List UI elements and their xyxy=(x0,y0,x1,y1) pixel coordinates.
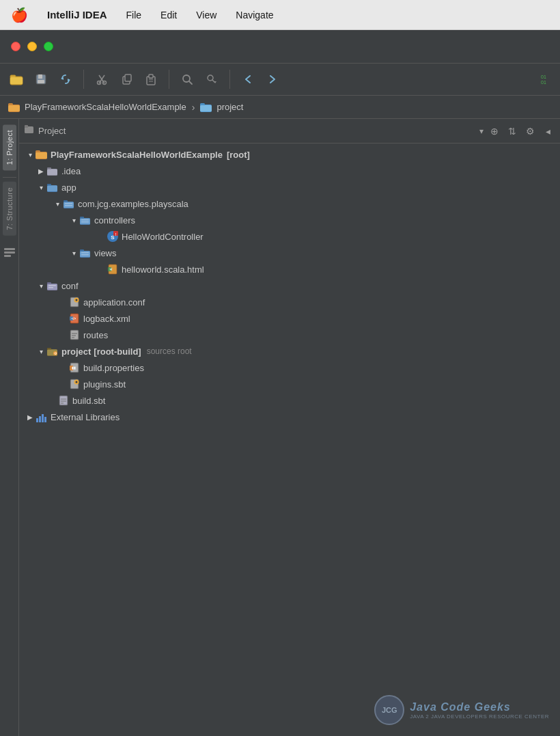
cut-button[interactable] xyxy=(91,68,113,90)
svg-line-19 xyxy=(189,81,192,84)
build-props-label: build.properties xyxy=(83,363,144,373)
tree-item-controllers[interactable]: ▾ controllers xyxy=(19,212,560,228)
forward-button[interactable] xyxy=(262,68,283,90)
helloworld-html-arrow xyxy=(96,264,107,275)
tree-item-idea[interactable]: ▶ .idea xyxy=(19,163,560,179)
tree-item-build-sbt[interactable]: build.sbt xyxy=(19,392,560,409)
svg-rect-26 xyxy=(8,105,20,111)
routes-icon xyxy=(68,329,81,341)
panel-scroll-button[interactable]: ⇅ xyxy=(505,124,519,138)
toolbar-separator-2 xyxy=(169,70,169,89)
helloworld-html-icon: H xyxy=(107,263,119,275)
tree-item-app[interactable]: ▾ app xyxy=(19,179,560,195)
breadcrumb-folder[interactable]: project xyxy=(200,102,243,112)
breadcrumb-project[interactable]: PlayFrameworkScalaHelloWorldExample xyxy=(8,102,186,112)
sidebar-item-project[interactable]: 1: Project xyxy=(3,124,16,170)
panel-actions: ⊕ ⇅ ⚙ ◂ xyxy=(488,124,555,138)
sidebar-item-structure[interactable]: 7: Structure xyxy=(3,182,16,236)
back-button[interactable] xyxy=(237,68,259,90)
search-button[interactable] xyxy=(176,68,198,90)
svg-rect-13 xyxy=(125,74,131,81)
menu-edit[interactable]: Edit xyxy=(160,10,177,21)
project-folder-build-icon: ⚙ xyxy=(46,345,59,357)
plugins-sbt-arrow xyxy=(57,379,68,390)
svg-rect-15 xyxy=(149,74,153,78)
tree-item-build-props[interactable]: ▮▮ build.properties xyxy=(19,359,560,376)
panel-settings-button[interactable]: ⚙ xyxy=(523,124,537,138)
tree-root[interactable]: ▾ PlayFrameworkScalaHelloWorldExample [r… xyxy=(19,146,560,163)
svg-rect-51 xyxy=(80,218,90,224)
toolbar-separator-1 xyxy=(83,70,84,89)
logback-label: logback.xml xyxy=(83,314,130,324)
tree-item-hwcontroller[interactable]: ▶ S ! HelloWorldController xyxy=(19,228,560,245)
build-props-arrow xyxy=(57,362,68,373)
breadcrumb-folder-label: project xyxy=(216,102,243,112)
ext-libs-label: External Libraries xyxy=(51,412,120,422)
panel-locate-button[interactable]: ⊕ xyxy=(488,124,501,138)
tree-item-project-folder[interactable]: ▾ ⚙ project [root-build] sources root xyxy=(19,343,560,359)
tree-item-views[interactable]: ▾ views xyxy=(19,245,560,261)
menu-view[interactable]: View xyxy=(196,10,216,21)
copy-button[interactable] xyxy=(115,68,137,90)
svg-text:▮▮: ▮▮ xyxy=(72,366,76,370)
root-label: PlayFrameworkScalaHelloWorldExample xyxy=(51,150,223,160)
paste-button[interactable] xyxy=(140,68,162,90)
svg-rect-29 xyxy=(200,105,212,111)
ext-libs-icon xyxy=(36,411,48,423)
conf-label: conf xyxy=(61,281,79,291)
file-tree: ▾ PlayFrameworkScalaHelloWorldExample [r… xyxy=(19,144,560,482)
save-button[interactable] xyxy=(30,68,52,90)
panel-header: Project ▾ ⊕ ⇅ ⚙ ◂ xyxy=(19,119,560,144)
com-jcg-label: com.jcg.examples.playscala xyxy=(78,199,188,209)
svg-rect-34 xyxy=(25,125,28,128)
jcg-subtitle: Java 2 Java Developers Resource Center xyxy=(410,713,549,720)
panel-collapse-button[interactable]: ◂ xyxy=(541,124,555,138)
svg-rect-104 xyxy=(39,416,41,422)
svg-rect-62 xyxy=(81,254,89,256)
tree-item-logback[interactable]: </> logback.xml xyxy=(19,310,560,327)
apple-menu[interactable]: 🍎 xyxy=(11,7,28,23)
minimize-button[interactable] xyxy=(27,42,37,51)
helloworld-html-label: helloworld.scala.html xyxy=(122,264,204,275)
close-button[interactable] xyxy=(11,42,20,51)
mac-menu-bar: 🍎 IntelliJ IDEA File Edit View Navigate xyxy=(0,0,560,30)
build-indicator[interactable]: 01 01 xyxy=(533,68,555,90)
tree-item-app-conf[interactable]: application.conf xyxy=(19,294,560,310)
maximize-button[interactable] xyxy=(44,42,53,51)
search-replace-button[interactable] xyxy=(201,68,223,90)
views-arrow: ▾ xyxy=(68,247,79,258)
tree-item-plugins-sbt[interactable]: plugins.sbt xyxy=(19,376,560,392)
svg-rect-37 xyxy=(36,152,47,159)
tree-item-conf[interactable]: ▾ conf xyxy=(19,277,560,294)
svg-rect-53 xyxy=(81,221,89,223)
svg-rect-52 xyxy=(81,219,89,221)
panel-icon xyxy=(25,125,34,137)
panel-dropdown-arrow[interactable]: ▾ xyxy=(479,126,484,136)
project-folder-arrow: ▾ xyxy=(36,346,46,357)
toolbar-separator-3 xyxy=(229,70,230,89)
menu-navigate[interactable]: Navigate xyxy=(236,10,273,21)
tree-item-routes[interactable]: routes xyxy=(19,327,560,343)
plugins-sbt-icon xyxy=(68,378,81,390)
idea-label: .idea xyxy=(61,166,81,176)
svg-rect-43 xyxy=(47,185,57,191)
svg-rect-47 xyxy=(65,203,72,204)
menu-file[interactable]: File xyxy=(126,10,142,21)
svg-rect-2 xyxy=(10,77,23,84)
com-jcg-arrow: ▾ xyxy=(52,198,63,209)
idea-arrow: ▶ xyxy=(36,165,46,176)
open-folder-button[interactable] xyxy=(5,68,27,90)
tree-item-com-jcg[interactable]: ▾ com.jcg.examples.playscala xyxy=(19,195,560,212)
app-folder-icon xyxy=(46,181,59,193)
svg-rect-105 xyxy=(42,414,44,422)
project-panel[interactable]: Project ▾ ⊕ ⇅ ⚙ ◂ ▾ Pl xyxy=(19,119,560,736)
build-sbt-icon xyxy=(57,394,70,407)
jcg-text: Java Code Geeks Java 2 Java Developers R… xyxy=(410,701,549,720)
svg-rect-61 xyxy=(81,252,89,254)
build-sbt-arrow xyxy=(46,395,57,406)
project-folder-suffix: [root-build] xyxy=(94,346,141,357)
sync-button[interactable] xyxy=(55,68,76,90)
svg-rect-60 xyxy=(80,251,90,257)
tree-item-helloworld-html[interactable]: H helloworld.scala.html xyxy=(19,261,560,277)
tree-item-ext-libs[interactable]: ▶ External Libraries xyxy=(19,409,560,425)
